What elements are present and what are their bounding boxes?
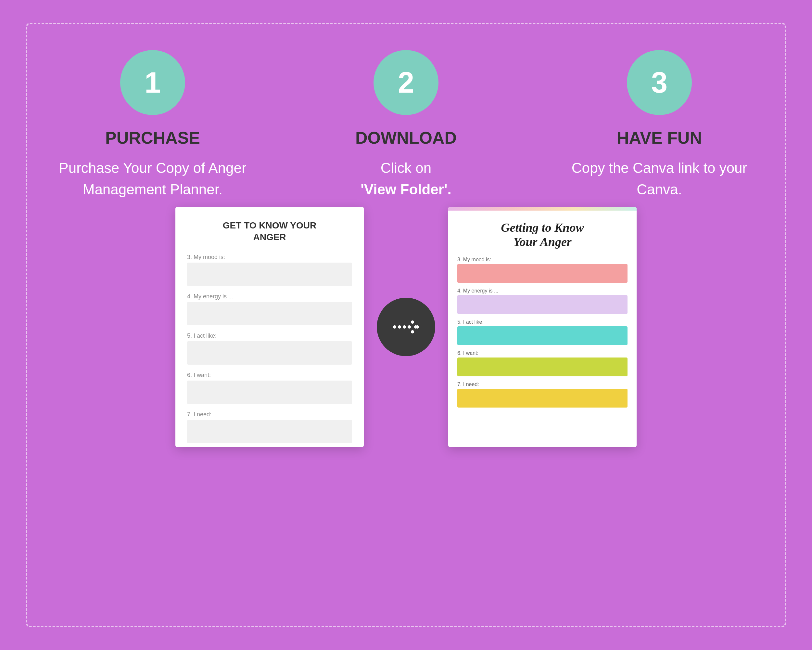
plain-doc-card: GET TO KNOW YOUR ANGER 3. My mood is: 4.… [176, 207, 364, 447]
plain-field-energy: 4. My energy is ... [187, 293, 352, 325]
step-3-circle: 3 [627, 50, 692, 115]
plain-field-mood: 3. My mood is: [187, 254, 352, 286]
svg-point-1 [398, 325, 401, 329]
svg-point-6 [411, 330, 414, 333]
step-3-desc: Copy the Canva link to your Canva. [562, 157, 757, 200]
step-1-desc: Purchase Your Copy of Anger Management P… [55, 157, 250, 200]
color-field-want: 6. I want: [457, 350, 627, 376]
main-container: 1 PURCHASE Purchase Your Copy of Anger M… [26, 23, 786, 627]
step-2-circle: 2 [374, 50, 438, 115]
step-2-number: 2 [398, 66, 414, 99]
plain-field-need: 7. I need: [187, 411, 352, 443]
step-1: 1 PURCHASE Purchase Your Copy of Anger M… [55, 50, 250, 200]
transform-arrow-button[interactable] [377, 298, 435, 356]
color-field-energy: 4. My energy is ... [457, 288, 627, 314]
step-3-number: 3 [651, 66, 667, 99]
step-2-label: DOWNLOAD [355, 128, 457, 148]
svg-point-3 [408, 325, 411, 329]
step-2-bold: 'View Folder'. [360, 181, 451, 197]
svg-point-7 [416, 325, 419, 329]
step-3: 3 HAVE FUN Copy the Canva link to your C… [562, 50, 757, 200]
color-card-header-bar [448, 207, 636, 211]
svg-point-2 [403, 325, 406, 329]
preview-section: GET TO KNOW YOUR ANGER 3. My mood is: 4.… [47, 207, 765, 447]
plain-field-act: 5. I act like: [187, 332, 352, 365]
plain-doc-title: GET TO KNOW YOUR ANGER [187, 220, 352, 243]
color-doc-card: Getting to KnowYour Anger 3. My mood is:… [448, 207, 636, 447]
svg-point-4 [411, 320, 414, 324]
arrow-right-icon [390, 314, 422, 340]
step-3-label: HAVE FUN [617, 128, 702, 148]
step-2-desc: Click on 'View Folder'. [360, 157, 451, 200]
step-1-number: 1 [145, 66, 161, 99]
steps-section: 1 PURCHASE Purchase Your Copy of Anger M… [47, 50, 765, 200]
color-field-need: 7. I need: [457, 382, 627, 408]
color-doc-title: Getting to KnowYour Anger [448, 220, 636, 249]
step-1-label: PURCHASE [105, 128, 200, 148]
step-2: 2 DOWNLOAD Click on 'View Folder'. [308, 50, 504, 200]
color-field-mood: 3. My mood is: [457, 257, 627, 283]
step-1-circle: 1 [120, 50, 185, 115]
plain-field-want: 6. I want: [187, 372, 352, 404]
svg-point-0 [393, 325, 396, 329]
color-field-act: 5. I act like: [457, 319, 627, 345]
